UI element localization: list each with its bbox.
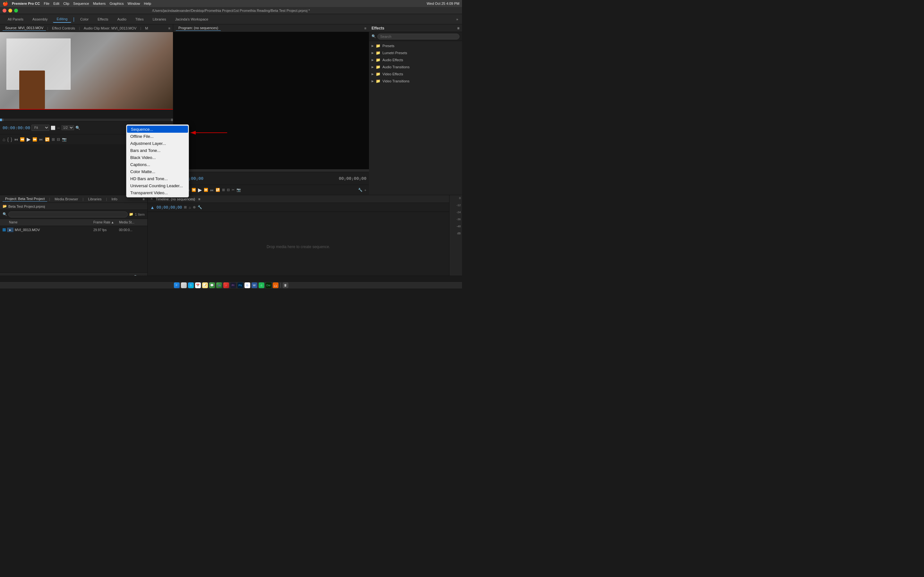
- source-tab[interactable]: Source: MVI_0013.MOV: [3, 25, 46, 31]
- zoom-select[interactable]: 1/2 1/4 Full: [61, 125, 74, 130]
- menu-adjustment-layer[interactable]: Adjustment Layer...: [126, 140, 189, 147]
- effects-video-transitions[interactable]: ▶ 📁 Video Transitions: [369, 77, 462, 85]
- project-new-folder[interactable]: 📁: [129, 212, 134, 216]
- effects-audio-effects[interactable]: ▶ 📁 Audio Effects: [369, 56, 462, 63]
- dock-firefox[interactable]: 🦊: [273, 282, 278, 288]
- program-tab[interactable]: Program: (no sequences): [176, 25, 221, 31]
- tab-all-panels[interactable]: All Panels: [4, 16, 27, 23]
- insert-icon[interactable]: ⊞: [52, 137, 55, 142]
- zoom-icon[interactable]: 🔍: [75, 126, 80, 130]
- info-tab[interactable]: Info: [109, 197, 120, 201]
- prog-camera[interactable]: 📷: [236, 188, 241, 192]
- menu-file[interactable]: File: [44, 2, 49, 5]
- prog-lift[interactable]: ⊞: [222, 188, 225, 192]
- menu-markers[interactable]: Markers: [93, 2, 106, 5]
- overwrite-icon[interactable]: ⊟: [57, 137, 60, 142]
- source-timecode[interactable]: 00:00:00:00: [3, 125, 30, 130]
- prog-button-editor[interactable]: 🔧: [358, 188, 363, 192]
- menu-sequence[interactable]: Sequence: [73, 2, 89, 5]
- zoom-fraction[interactable]: 1/2 1/4 Full: [61, 125, 74, 130]
- menu-bars-tone[interactable]: Bars and Tone...: [126, 147, 189, 154]
- dock-launchpad[interactable]: ⊞: [181, 282, 187, 288]
- dock-chrome[interactable]: G: [244, 282, 250, 288]
- menu-transparent-video[interactable]: Transparent Video...: [126, 189, 189, 196]
- menu-help[interactable]: Help: [144, 2, 152, 5]
- col-framerate-header[interactable]: Frame Rate ▲: [94, 221, 119, 224]
- table-row[interactable]: ▶ MVI_0013.MOV 29.97 fps 00:00:0...: [0, 226, 147, 234]
- go-out-icon[interactable]: ⏭: [39, 137, 43, 142]
- menu-clip[interactable]: Clip: [63, 2, 69, 5]
- menu-black-video[interactable]: Black Video...: [126, 154, 189, 161]
- mark-in-icon[interactable]: ⌂: [3, 137, 5, 142]
- menu-sequence[interactable]: Sequence...: [127, 126, 188, 133]
- prog-loop[interactable]: 🔁: [216, 188, 220, 192]
- col-name-header[interactable]: Name: [9, 221, 94, 224]
- selection-tool[interactable]: ▲: [150, 205, 155, 210]
- effects-search-input[interactable]: [377, 34, 459, 39]
- source-scrubber[interactable]: [0, 119, 173, 121]
- menu-hd-bars[interactable]: HD Bars and Tone...: [126, 175, 189, 182]
- timeline-settings[interactable]: 🔧: [198, 205, 202, 210]
- fit-dropdown[interactable]: Fit 25% 50% 100%: [31, 125, 49, 131]
- effects-lumetri[interactable]: ▶ 📁 Lumetri Presets: [369, 49, 462, 56]
- tab-editing[interactable]: Editing: [53, 16, 71, 23]
- dock-messages[interactable]: 💬: [209, 282, 215, 288]
- close-button[interactable]: [3, 9, 6, 13]
- dock-music[interactable]: ♪: [223, 282, 229, 288]
- tab-color[interactable]: Color: [76, 16, 92, 23]
- prog-step-forward[interactable]: ⏩: [204, 188, 208, 192]
- timeline-timecode[interactable]: 00;00;00;00: [157, 205, 182, 210]
- tab-libraries[interactable]: Libraries: [149, 16, 170, 23]
- menu-window[interactable]: Window: [128, 2, 140, 5]
- dock-premiere[interactable]: Pr: [230, 282, 236, 288]
- dock-safari[interactable]: S: [188, 282, 194, 288]
- program-scrubber[interactable]: [173, 169, 369, 172]
- tab-assembly[interactable]: Assembly: [29, 16, 52, 23]
- mark-point-icon[interactable]: {: [7, 137, 9, 142]
- go-in-icon[interactable]: ⏮: [14, 137, 18, 142]
- scrubber-handle[interactable]: [0, 119, 2, 121]
- dock-trash[interactable]: 🗑: [283, 282, 288, 288]
- tab-effects[interactable]: Effects: [94, 16, 112, 23]
- source-panel-menu[interactable]: ≡: [168, 26, 170, 30]
- project-panel-menu[interactable]: ≡: [143, 197, 145, 201]
- dock-calendar[interactable]: 📅: [195, 282, 201, 288]
- menu-counting-leader[interactable]: Universal Counting Leader...: [126, 182, 189, 189]
- prog-add[interactable]: +: [365, 188, 367, 192]
- play-icon[interactable]: ▶: [27, 136, 31, 142]
- menu-graphics[interactable]: Graphics: [110, 2, 124, 5]
- trim-icon[interactable]: ↔: [57, 126, 60, 130]
- prog-trim[interactable]: ✂: [232, 188, 234, 192]
- timeline-marker[interactable]: ⌂: [189, 205, 191, 210]
- tab-titles[interactable]: Titles: [132, 16, 148, 23]
- media-browser-tab[interactable]: Media Browser: [52, 197, 81, 201]
- dock-spotify[interactable]: ♫: [258, 282, 264, 288]
- camera-icon[interactable]: 📷: [62, 137, 67, 142]
- menu-edit[interactable]: Edit: [53, 2, 59, 5]
- effect-controls-tab[interactable]: Effect Controls: [49, 26, 78, 31]
- effects-panel-menu[interactable]: ≡: [457, 26, 459, 31]
- prog-step-back[interactable]: ⏪: [192, 188, 196, 192]
- program-panel-menu[interactable]: ≡: [365, 26, 367, 30]
- step-back-icon[interactable]: ⏪: [20, 137, 25, 142]
- tab-audio[interactable]: Audio: [113, 16, 130, 23]
- effects-presets[interactable]: ▶ 📁 Presets: [369, 42, 462, 49]
- dock-word[interactable]: W: [252, 282, 257, 288]
- dock-notes[interactable]: 📝: [202, 282, 208, 288]
- prog-extract[interactable]: ⊟: [227, 188, 230, 192]
- timeline-menu-icon[interactable]: ≡: [198, 197, 200, 201]
- tab-jacinda[interactable]: Jacinda's Workspace: [171, 16, 212, 23]
- menu-color-matte[interactable]: Color Matte...: [126, 168, 189, 175]
- timeline-add-track[interactable]: ⊕: [193, 205, 196, 210]
- col-mediastart-header[interactable]: Media St...: [119, 221, 145, 224]
- libraries-tab[interactable]: Libraries: [86, 197, 104, 201]
- timeline-snap[interactable]: ⊞: [184, 205, 187, 210]
- step-forward-icon[interactable]: ⏩: [32, 137, 37, 142]
- menu-captions[interactable]: Captions...: [126, 161, 189, 168]
- dock-finder[interactable]: F: [174, 282, 180, 288]
- dock-facetime[interactable]: 📹: [216, 282, 222, 288]
- project-search-input[interactable]: [8, 211, 128, 218]
- loop-icon[interactable]: 🔁: [45, 137, 50, 142]
- dock-photoshop[interactable]: Ps: [237, 282, 243, 288]
- scrubber-end[interactable]: [171, 119, 173, 121]
